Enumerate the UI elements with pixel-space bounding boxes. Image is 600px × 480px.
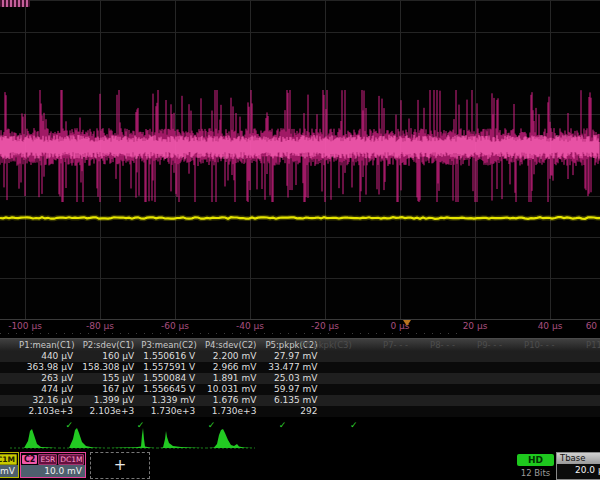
c1-scale-value: 10.0 mV xyxy=(0,465,18,477)
param-value: 263 µV xyxy=(19,373,75,384)
time-axis: -100 µs -80 µs -60 µs -40 µs -20 µs 0 µs… xyxy=(0,320,600,338)
param-header-p8[interactable]: P8- - - xyxy=(430,339,455,351)
param-header-p3[interactable]: P3:mean(C2) xyxy=(141,339,197,351)
param-value: 2.200 mV xyxy=(202,351,258,362)
c2-coupling-badge: DC1M xyxy=(58,454,84,465)
param-value: 1.557591 V xyxy=(141,362,197,373)
param-value: 292 xyxy=(263,406,319,417)
param-header-p9[interactable]: P9- - - xyxy=(477,339,502,351)
time-axis-label: 40 µs xyxy=(538,321,563,331)
descriptor-bar: DC1M 10.0 mV C2 ESR DC1M 10.0 mV + HD 12… xyxy=(0,452,600,480)
param-header-p7[interactable]: P7- - - xyxy=(383,339,408,351)
hd-bits-label: 12 Bits xyxy=(517,468,554,478)
measure-table: P1:mean(C1) P2:sdev(C1) P3:mean(C2) P4:s… xyxy=(0,338,600,428)
param-value: 25.03 mV xyxy=(263,373,319,384)
trigger-position-icon[interactable] xyxy=(403,320,411,326)
param-value: 1.550084 V xyxy=(141,373,197,384)
histicon-p1[interactable] xyxy=(10,427,59,450)
param-value: 1.676 mV xyxy=(202,395,258,406)
time-axis-label: 20 µs xyxy=(463,321,488,331)
histicon-p4[interactable] xyxy=(157,427,206,450)
param-value: 2.103e+3 xyxy=(19,406,75,417)
param-value: 1.339 mV xyxy=(141,395,197,406)
param-value: 32.16 µV xyxy=(19,395,75,406)
param-header-p2[interactable]: P2:sdev(C1) xyxy=(80,339,136,351)
param-value: 1.556645 V xyxy=(141,384,197,395)
histicon-p2[interactable] xyxy=(59,427,108,450)
time-axis-label: -80 µs xyxy=(86,321,114,331)
param-value: 440 µV xyxy=(19,351,75,362)
waveform-grid[interactable] xyxy=(0,0,600,320)
param-value: 59.97 mV xyxy=(263,384,319,395)
c2-scale-value: 10.0 mV xyxy=(21,465,85,477)
measure-header-row: P1:mean(C1) P2:sdev(C1) P3:mean(C2) P4:s… xyxy=(0,338,600,351)
measure-row-sdev: 32.16 µV 1.399 µV 1.339 mV 1.676 mV 6.13… xyxy=(0,395,600,406)
time-axis-label: -60 µs xyxy=(161,321,189,331)
time-axis-label: -100 µs xyxy=(8,321,42,331)
c2-esr-badge: ESR xyxy=(38,454,57,465)
plus-icon: + xyxy=(114,456,127,474)
timebase-box[interactable]: Tbase 20.0 µs xyxy=(556,452,600,480)
param-header-p11[interactable]: P11- - - xyxy=(586,339,600,351)
param-value: 160 µV xyxy=(80,351,136,362)
param-header-p4[interactable]: P4:sdev(C2) xyxy=(202,339,258,351)
measure-row-max: 474 µV 167 µV 1.556645 V 10.031 mV 59.97… xyxy=(0,384,600,395)
waveform-canvas[interactable] xyxy=(0,0,600,319)
param-value: 10.031 mV xyxy=(202,384,258,395)
time-axis-label: 60 µs xyxy=(586,321,600,331)
time-axis-label: -40 µs xyxy=(236,321,264,331)
param-value: 1.730e+3 xyxy=(141,406,197,417)
param-header-p6[interactable]: P6 pkpk(C3) xyxy=(300,339,352,351)
histicon-row xyxy=(0,427,600,451)
param-header-p10[interactable]: P10- - - xyxy=(524,339,555,351)
c1-flat-trace[interactable] xyxy=(0,217,600,219)
histicon-p3[interactable] xyxy=(108,427,157,450)
c2-channel-badge: C2 xyxy=(22,455,37,464)
timebase-label: Tbase xyxy=(557,453,600,464)
c1-descriptor-box[interactable]: DC1M 10.0 mV xyxy=(0,452,19,478)
time-axis-label: -20 µs xyxy=(311,321,339,331)
param-value: 158.308 µV xyxy=(80,362,136,373)
param-value: 1.550616 V xyxy=(141,351,197,362)
histicon-p5[interactable] xyxy=(206,427,255,450)
param-value: 33.477 mV xyxy=(263,362,319,373)
param-value: 1.399 µV xyxy=(80,395,136,406)
c1-coupling-badge: DC1M xyxy=(0,454,17,465)
param-value: 2.966 mV xyxy=(202,362,258,373)
trace-annotation-badge xyxy=(0,0,30,7)
c2-descriptor-box[interactable]: C2 ESR DC1M 10.0 mV xyxy=(20,452,86,478)
add-trace-button[interactable]: + xyxy=(90,452,150,479)
measure-row-mean: 363.98 µV 158.308 µV 1.557591 V 2.966 mV… xyxy=(0,362,600,373)
measure-row-value: 440 µV 160 µV 1.550616 V 2.200 mV 27.97 … xyxy=(0,351,600,362)
param-value: 155 µV xyxy=(80,373,136,384)
param-value: 6.135 mV xyxy=(263,395,319,406)
param-value: 167 µV xyxy=(80,384,136,395)
param-value: 474 µV xyxy=(19,384,75,395)
param-value: 1.891 mV xyxy=(202,373,258,384)
param-value: 27.97 mV xyxy=(263,351,319,362)
measure-row-min: 263 µV 155 µV 1.550084 V 1.891 mV 25.03 … xyxy=(0,373,600,384)
timebase-value: 20.0 µs xyxy=(557,464,600,477)
param-value: 363.98 µV xyxy=(19,362,75,373)
hd-mode-badge[interactable]: HD xyxy=(517,454,554,466)
param-header-p1[interactable]: P1:mean(C1) xyxy=(19,339,75,351)
